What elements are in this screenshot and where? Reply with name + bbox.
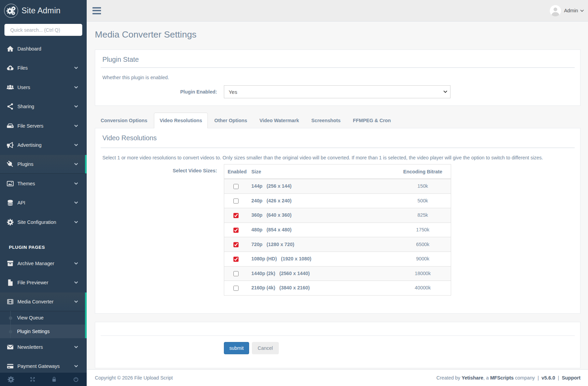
size-dimensions: (854 x 480): [267, 227, 291, 232]
size-name: 1440p (2k): [252, 271, 275, 276]
enabled-checkbox[interactable]: [233, 213, 239, 218]
users-icon: [6, 83, 14, 91]
sidebar-subitem-plugin-settings[interactable]: Plugin Settings: [0, 325, 85, 338]
chevron-down-icon: [74, 262, 78, 265]
size-dimensions: (3840 x 2160): [279, 285, 310, 290]
database-icon: [6, 199, 14, 207]
column-header-enabled: Enabled: [224, 165, 248, 179]
sidebar-item-media-converter[interactable]: Media Converter: [0, 292, 85, 311]
sidebar-item-dashboard[interactable]: Dashboard: [0, 40, 87, 58]
size-name: 2160p (4k): [252, 285, 275, 290]
size-cell: 1440p (2k)(2560 x 1440): [248, 266, 395, 281]
person-icon: [550, 5, 561, 16]
submit-button[interactable]: submit: [224, 342, 249, 354]
divider: [101, 335, 575, 336]
enabled-checkbox[interactable]: [233, 184, 239, 189]
tab-ffmpeg-cron[interactable]: FFMPEG & Cron: [347, 113, 397, 128]
enabled-checkbox[interactable]: [233, 242, 239, 247]
avatar: [550, 5, 561, 16]
plugin-enabled-select[interactable]: Yes: [224, 85, 450, 98]
sidebar-item-themes[interactable]: Themes: [0, 174, 87, 193]
enabled-checkbox[interactable]: [233, 286, 239, 291]
enabled-checkbox[interactable]: [233, 271, 239, 276]
tab-conversion-options[interactable]: Conversion Options: [95, 113, 153, 128]
table-row: 144p(256 x 144)150k: [224, 179, 451, 194]
tab-other-options[interactable]: Other Options: [209, 113, 253, 128]
sidebar-footer-gear-icon[interactable]: [0, 373, 22, 386]
cancel-button[interactable]: Cancel: [252, 342, 279, 354]
table-row: 360p(640 x 360)825k: [224, 208, 451, 223]
sidebar-item-label: API: [17, 200, 25, 205]
sidebar-item-plugins[interactable]: Plugins: [0, 155, 85, 173]
table-row: 1080p (HD)(1920 x 1080)9000k: [224, 252, 451, 266]
size-name: 1080p (HD): [252, 256, 277, 261]
sidebar-item-file-servers[interactable]: File Servers: [0, 117, 87, 135]
chevron-down-icon: [74, 163, 78, 166]
credits-part: v5.6.0: [542, 375, 555, 381]
sidebar-item-label: Plugins: [17, 161, 33, 167]
enabled-cell: [224, 237, 248, 252]
size-dimensions: (640 x 360): [267, 212, 291, 218]
plugin-enabled-label: Plugin Enabled:: [101, 85, 217, 95]
sidebar-subitem-view-queue[interactable]: View Queue: [0, 311, 85, 325]
size-cell: 144p(256 x 144): [248, 179, 395, 194]
sidebar-item-label: Dashboard: [17, 46, 41, 52]
tab-screenshots[interactable]: Screenshots: [305, 113, 346, 128]
enabled-checkbox[interactable]: [233, 257, 239, 262]
enabled-checkbox[interactable]: [233, 198, 239, 203]
chevron-down-icon: [74, 105, 78, 108]
sidebar-footer-fullscreen-icon[interactable]: [22, 373, 44, 386]
sidebar-item-site-configuration[interactable]: Site Configuration: [0, 213, 87, 231]
hamburger-bar: [92, 7, 101, 9]
sidebar-item-file-previewer[interactable]: File Previewer: [0, 273, 87, 292]
sidebar-item-label: Site Configuration: [17, 219, 56, 225]
menu-toggle-icon[interactable]: [92, 7, 101, 14]
table-row: 2160p (4k)(3840 x 2160)40000k: [224, 281, 451, 296]
chevron-down-icon: [74, 201, 78, 204]
size-name: 144p: [252, 183, 263, 189]
spacer: [101, 322, 575, 335]
table-row: 480p(854 x 480)1750k: [224, 223, 451, 237]
column-header-encoding-bitrate: Encoding Bitrate: [395, 165, 451, 179]
enabled-cell: [224, 266, 248, 281]
bitrate-cell: 825k: [395, 208, 451, 223]
chevron-down-icon: [74, 281, 78, 284]
chevron-down-icon: [74, 67, 78, 69]
sidebar-item-advertising[interactable]: Advertising: [0, 136, 87, 154]
sidebar-item-label: Sharing: [17, 104, 34, 109]
sidebar-footer-power-icon[interactable]: [65, 373, 87, 386]
credits-part: MFScripts: [490, 375, 514, 381]
plug-icon: [6, 160, 14, 168]
envelope-icon: [6, 343, 14, 351]
sidebar-item-archive-manager[interactable]: Archive Manager: [0, 254, 87, 273]
video-resolutions-title: Video Resolutions: [102, 134, 573, 142]
sidebar-item-sharing[interactable]: Sharing: [0, 97, 87, 116]
brand[interactable]: Site Admin: [0, 0, 87, 21]
sidebar-footer-lock-icon[interactable]: [43, 373, 65, 386]
hamburger-bar: [92, 10, 101, 11]
sidebar-footer: [0, 373, 87, 386]
sidebar-item-label: Newsletters: [17, 344, 43, 350]
sidebar-item-users[interactable]: Users: [0, 78, 87, 97]
tab-video-resolutions[interactable]: Video Resolutions: [154, 113, 208, 128]
home-icon: [6, 45, 14, 53]
credit-card-icon: [6, 362, 14, 370]
sidebar-item-api[interactable]: API: [0, 194, 87, 212]
plugin-state-description: Whether this plugin is enabled.: [101, 74, 575, 81]
table-row: 240p(426 x 240)500k: [224, 194, 451, 208]
size-cell: 360p(640 x 360): [248, 208, 395, 223]
support-link[interactable]: Support: [562, 375, 580, 381]
size-dimensions: (256 x 144): [267, 183, 291, 189]
size-cell: 480p(854 x 480): [248, 223, 395, 237]
quick-search-input[interactable]: [4, 24, 82, 36]
chevron-down-icon: [74, 346, 78, 348]
tab-video-watermark[interactable]: Video Watermark: [254, 113, 305, 128]
user-menu[interactable]: Admin: [550, 5, 584, 16]
plugin-state-title-row: Plugin State: [101, 55, 575, 68]
sidebar-item-newsletters[interactable]: Newsletters: [0, 338, 87, 356]
plugin-state-title: Plugin State: [102, 55, 573, 63]
chevron-down-icon: [74, 86, 78, 89]
enabled-cell: [224, 281, 248, 296]
sidebar-item-files[interactable]: Files: [0, 59, 87, 77]
enabled-checkbox[interactable]: [233, 228, 239, 233]
